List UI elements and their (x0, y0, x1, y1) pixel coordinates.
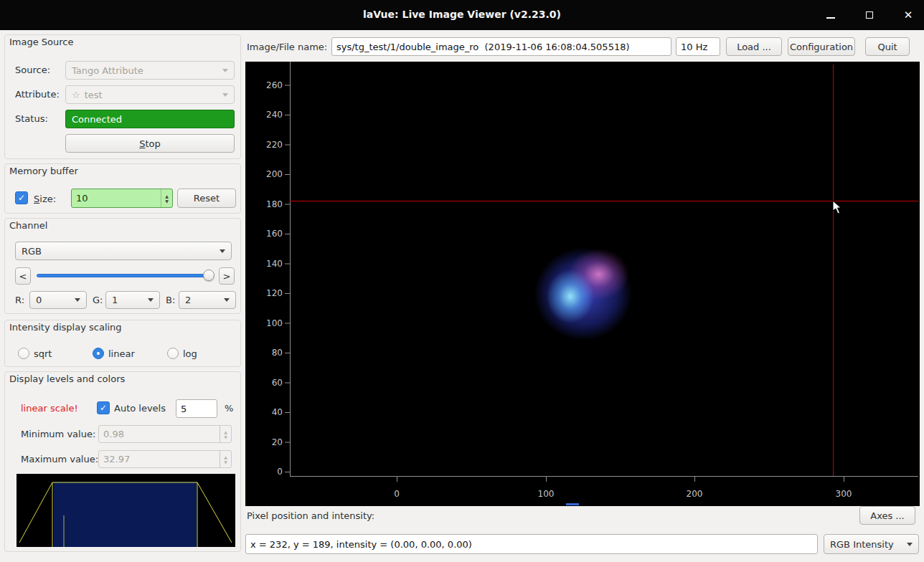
intensity-mode-combo[interactable]: RGB Intensity (824, 534, 919, 554)
histogram-graphic (16, 474, 235, 547)
histogram-canvas[interactable] (16, 474, 235, 547)
configuration-button[interactable]: Configuration (788, 37, 855, 56)
maximum-spinbox[interactable]: ▲ ▼ (98, 450, 232, 468)
reset-button[interactable]: Reset (177, 189, 236, 208)
y-axis-tick-label: 60 (247, 376, 283, 389)
b-label: B: (166, 295, 175, 306)
source-combo-value: Tango Attribute (72, 65, 143, 76)
slider-track[interactable] (37, 274, 214, 277)
channel-next-button[interactable]: > (219, 267, 235, 285)
minimum-input[interactable] (99, 426, 220, 442)
g-channel-value: 1 (112, 295, 118, 305)
buffer-size-input[interactable] (72, 189, 161, 207)
memory-buffer-checkbox[interactable]: ✓ (15, 191, 28, 204)
crosshair-horizontal-line (290, 201, 918, 201)
channel-slider[interactable] (37, 267, 214, 285)
quit-button-label: Quit (877, 42, 897, 52)
image-plot-canvas[interactable]: 260 240 220 200 180 160 140 120 100 80 6… (245, 62, 920, 506)
y-axis-tick-label: 40 (247, 406, 283, 419)
mouse-cursor-icon (832, 200, 842, 214)
buffer-size-spinbox[interactable]: ▲ ▼ (71, 189, 173, 208)
scale-note-label: linear scale! (21, 403, 78, 414)
crosshair-vertical-line (833, 65, 834, 476)
channel-prev-label: < (19, 271, 27, 282)
image-file-label: Image/File name: (247, 42, 327, 53)
chevron-down-icon (220, 249, 225, 253)
y-axis-tick-label: 240 (247, 108, 283, 121)
x-axis-tick-label: 300 (829, 489, 858, 499)
x-axis-tick-label: 100 (532, 489, 560, 499)
maximize-icon (866, 11, 873, 19)
b-channel-combo[interactable]: 2 (179, 291, 236, 309)
levels-title: Display levels and colors (9, 373, 125, 385)
radio-sqrt[interactable] (18, 348, 29, 359)
channel-combo[interactable]: RGB (15, 242, 232, 260)
memory-buffer-title: Memory buffer (9, 166, 78, 177)
source-combo[interactable]: Tango Attribute (65, 61, 235, 80)
g-channel-combo[interactable]: 1 (105, 291, 160, 309)
y-axis-tick-label: 200 (247, 168, 283, 181)
scaling-title: Intensity display scaling (9, 322, 122, 333)
percent-label: % (225, 403, 233, 414)
attribute-combo[interactable]: ☆ test (65, 85, 235, 104)
spin-down-icon: ▼ (224, 459, 227, 465)
configuration-button-label: Configuration (790, 42, 853, 52)
stop-button[interactable]: Stop (65, 134, 235, 153)
pixel-intensity-input[interactable] (245, 534, 818, 554)
minimize-button[interactable] (822, 6, 839, 24)
minimum-label: Minimum value: (21, 429, 95, 440)
slider-handle[interactable] (203, 270, 214, 281)
window-title: laVue: Live Image Viewer (v2.23.0) (0, 9, 924, 20)
status-value: Connected (72, 114, 122, 125)
maximize-button[interactable] (861, 6, 878, 24)
load-button[interactable]: Load ... (726, 37, 782, 56)
app-window: laVue: Live Image Viewer (v2.23.0) ✕ Ima… (0, 0, 924, 562)
y-axis-tick-label: 180 (247, 198, 283, 211)
radio-log[interactable] (167, 348, 179, 359)
star-icon: ☆ (72, 90, 80, 100)
channel-prev-button[interactable]: < (15, 267, 31, 285)
image-file-input[interactable] (331, 37, 671, 56)
refresh-rate-input[interactable] (676, 37, 720, 56)
minimum-spinbox[interactable]: ▲ ▼ (98, 425, 232, 443)
spin-down-icon: ▼ (224, 434, 227, 439)
attribute-combo-value: test (85, 90, 103, 100)
stop-button-label: Stop (139, 138, 161, 149)
axes-button[interactable]: Axes ... (859, 506, 915, 525)
y-axis-tick-label: 220 (247, 138, 283, 151)
radio-linear[interactable] (93, 348, 104, 359)
spinner-arrows-icon[interactable]: ▲ ▼ (161, 189, 172, 207)
channel-group: Channel RGB < > R: 0 G: 1 (4, 218, 241, 314)
chevron-down-icon (224, 298, 230, 302)
r-channel-value: 0 (36, 295, 42, 305)
spin-down-icon[interactable]: ▼ (165, 199, 169, 204)
auto-levels-input[interactable] (176, 399, 217, 418)
y-axis-tick-label: 0 (247, 465, 283, 478)
r-label: R: (15, 295, 24, 306)
window-controls: ✕ (822, 0, 917, 30)
close-button[interactable]: ✕ (900, 6, 917, 24)
y-axis-tick-label: 120 (247, 287, 283, 300)
spin-up-icon[interactable]: ▲ (165, 194, 169, 199)
y-axis-tick-label: 140 (247, 257, 283, 270)
chevron-down-icon (222, 69, 228, 72)
auto-levels-checkbox[interactable]: ✓ (97, 401, 110, 414)
minimize-icon (826, 17, 835, 19)
channel-next-label: > (223, 271, 231, 282)
g-label: G: (93, 295, 103, 306)
x-axis-tick-label: 0 (382, 489, 411, 499)
y-axis-tick-label: 100 (247, 317, 283, 330)
chevron-down-icon (222, 93, 228, 97)
radio-log-label: log (183, 348, 197, 360)
b-channel-value: 2 (185, 295, 191, 305)
auto-levels-label: Auto levels (114, 403, 166, 414)
quit-button[interactable]: Quit (865, 37, 910, 56)
radio-sqrt-label: sqrt (34, 348, 52, 360)
close-icon: ✕ (904, 10, 913, 21)
r-channel-combo[interactable]: 0 (29, 291, 87, 309)
spin-up-icon: ▲ (224, 429, 227, 434)
chevron-down-icon (75, 298, 80, 302)
maximum-input[interactable] (99, 451, 220, 467)
intensity-mode-value: RGB Intensity (830, 539, 894, 550)
source-label: Source: (15, 65, 50, 76)
